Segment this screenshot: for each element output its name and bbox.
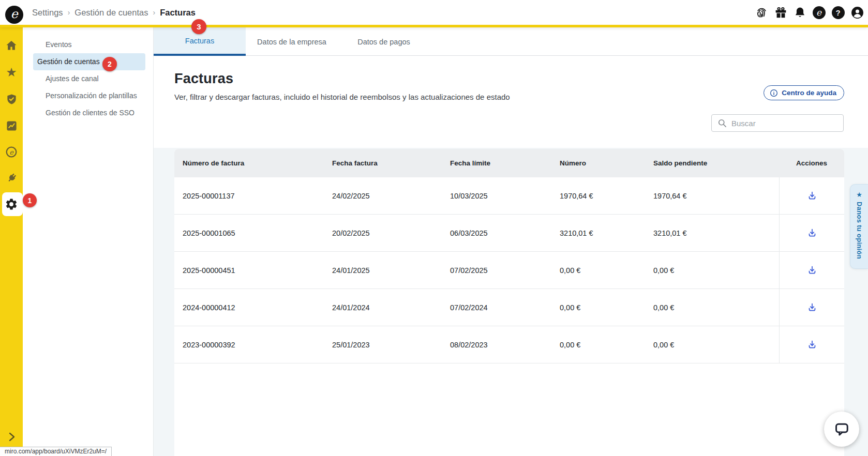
brand-logo[interactable]: e	[5, 6, 23, 24]
tabs-bar: Facturas Datos de la empresa Datos de pa…	[154, 27, 868, 56]
invoice-date: 24/02/2025	[332, 192, 450, 200]
breadcrumb-current-invoices: Facturas	[160, 8, 196, 18]
pending-balance: 0,00 €	[653, 303, 779, 312]
chat-bubble-icon	[832, 420, 851, 438]
download-invoice-icon[interactable]	[804, 337, 820, 353]
breadcrumb: Settings › Gestión de cuentas › Facturas	[32, 0, 196, 25]
col-header-fecha-factura: Fecha factura	[332, 159, 450, 167]
tab-datos-de-la-empresa[interactable]: Datos de la empresa	[246, 27, 338, 56]
feedback-tab[interactable]: ★ Danos tu opinión	[850, 184, 868, 269]
download-invoice-icon[interactable]	[804, 263, 820, 278]
invoice-date: 24/01/2024	[332, 303, 450, 312]
invoice-number: 2025-00000451	[174, 266, 332, 275]
breadcrumb-account-management[interactable]: Gestión de cuentas	[74, 8, 148, 18]
due-date: 07/02/2025	[450, 266, 560, 275]
invoices-table: Número de factura Fecha factura Fecha lí…	[174, 149, 844, 456]
sidebar-item-gestion-de-cuentas[interactable]: Gestión de cuentas	[33, 53, 145, 70]
sidebar-item-gestion-de-clientes-sso[interactable]: Gestión de clientes de SSO	[33, 104, 145, 121]
amount: 3210,01 €	[560, 229, 653, 237]
expand-rail-chevron-icon[interactable]	[5, 431, 18, 443]
table-row: 2025-00001065 20/02/2025 06/03/2025 3210…	[174, 215, 844, 252]
invoice-number: 2025-00001065	[174, 229, 332, 237]
home-icon[interactable]	[5, 39, 18, 52]
pending-balance: 0,00 €	[653, 266, 779, 275]
link-preview-statusbar: miro.com/app/board/uXiVMzEr2uM=/	[0, 447, 112, 456]
invoice-number: 2023-00000392	[174, 341, 332, 349]
pending-balance: 3210,01 €	[653, 229, 779, 237]
table-row: 2023-00000392 25/01/2023 08/02/2023 0,00…	[174, 326, 844, 363]
invoice-number: 2025-00001137	[174, 192, 332, 200]
col-header-fecha-limite: Fecha límite	[450, 159, 560, 167]
search-box	[711, 114, 844, 132]
annotation-badge-3: 3	[191, 19, 206, 34]
settings-gear-icon[interactable]	[5, 197, 18, 211]
invoice-date: 20/02/2025	[332, 229, 450, 237]
fingerprint-icon[interactable]	[755, 6, 768, 19]
amount: 1970,64 €	[560, 192, 653, 200]
help-icon[interactable]: ?	[831, 6, 845, 19]
gift-icon[interactable]	[774, 6, 787, 19]
invoices-table-section: Número de factura Fecha factura Fecha lí…	[154, 148, 868, 456]
table-row: 2024-00000412 24/01/2024 07/02/2024 0,00…	[174, 289, 844, 326]
account-icon[interactable]	[850, 6, 864, 19]
tab-datos-de-pagos[interactable]: Datos de pagos	[338, 27, 430, 56]
svg-text:e: e	[9, 148, 14, 156]
sidebar-item-personalizacion-de-plantillas[interactable]: Personalización de plantillas	[33, 87, 145, 104]
top-bar: e Settings › Gestión de cuentas › Factur…	[0, 0, 868, 27]
download-invoice-icon[interactable]	[804, 225, 820, 241]
table-row: 2025-00000451 24/01/2025 07/02/2025 0,00…	[174, 252, 844, 289]
pending-balance: 0,00 €	[653, 341, 779, 349]
table-row: 2025-00001137 24/02/2025 10/03/2025 1970…	[174, 177, 844, 215]
star-icon[interactable]: ★	[5, 66, 18, 79]
settings-sidebar: Eventos Gestión de cuentas Ajustes de ca…	[23, 27, 154, 456]
amount: 0,00 €	[560, 303, 653, 312]
breadcrumb-settings[interactable]: Settings	[32, 8, 63, 18]
main-content: Facturas Ver, filtrar y descargar factur…	[154, 56, 868, 456]
col-header-saldo-pendiente: Saldo pendiente	[653, 159, 779, 167]
due-date: 08/02/2023	[450, 341, 560, 349]
download-invoice-icon[interactable]	[804, 188, 820, 204]
brand-circle-icon[interactable]: e	[812, 6, 826, 19]
help-center-label: Centro de ayuda	[782, 89, 836, 97]
sidebar-item-ajustes-de-canal[interactable]: Ajustes de canal	[33, 70, 145, 87]
col-header-acciones: Acciones	[779, 149, 844, 177]
feedback-star-icon: ★	[856, 191, 862, 199]
shield-check-icon[interactable]	[5, 93, 18, 106]
page-subtitle: Ver, filtrar y descargar facturas, inclu…	[174, 93, 510, 101]
page-title: Facturas	[174, 71, 233, 87]
chat-launcher[interactable]	[824, 412, 859, 447]
download-invoice-icon[interactable]	[804, 300, 820, 315]
brand-e-icon[interactable]: e	[5, 145, 18, 159]
invoice-date: 24/01/2025	[332, 266, 450, 275]
col-header-numero: Número	[560, 159, 653, 167]
breadcrumb-separator: ›	[153, 8, 155, 17]
info-icon	[770, 89, 778, 97]
due-date: 10/03/2025	[450, 192, 560, 200]
invoice-number: 2024-00000412	[174, 303, 332, 312]
due-date: 07/02/2024	[450, 303, 560, 312]
annotation-badge-2: 2	[102, 57, 117, 71]
search-icon	[717, 118, 727, 128]
col-header-numero-de-factura: Número de factura	[174, 159, 332, 167]
integrations-plug-icon[interactable]	[5, 172, 18, 185]
breadcrumb-separator: ›	[68, 8, 70, 17]
invoice-date: 25/01/2023	[332, 341, 450, 349]
icon-rail: ★ e	[0, 27, 23, 456]
search-input[interactable]	[731, 115, 843, 131]
feedback-label: Danos tu opinión	[856, 202, 863, 259]
help-center-button[interactable]: Centro de ayuda	[764, 85, 844, 100]
topbar-actions: e ?	[755, 0, 864, 25]
star-glyph: ★	[6, 66, 17, 79]
amount: 0,00 €	[560, 341, 653, 349]
table-header-row: Número de factura Fecha factura Fecha lí…	[174, 149, 844, 177]
sidebar-item-eventos[interactable]: Eventos	[33, 36, 145, 53]
pending-balance: 1970,64 €	[653, 192, 779, 200]
notifications-icon[interactable]	[793, 6, 806, 19]
amount: 0,00 €	[560, 266, 653, 275]
due-date: 06/03/2025	[450, 229, 560, 237]
annotation-badge-1: 1	[23, 193, 37, 207]
analytics-icon[interactable]	[5, 119, 18, 132]
